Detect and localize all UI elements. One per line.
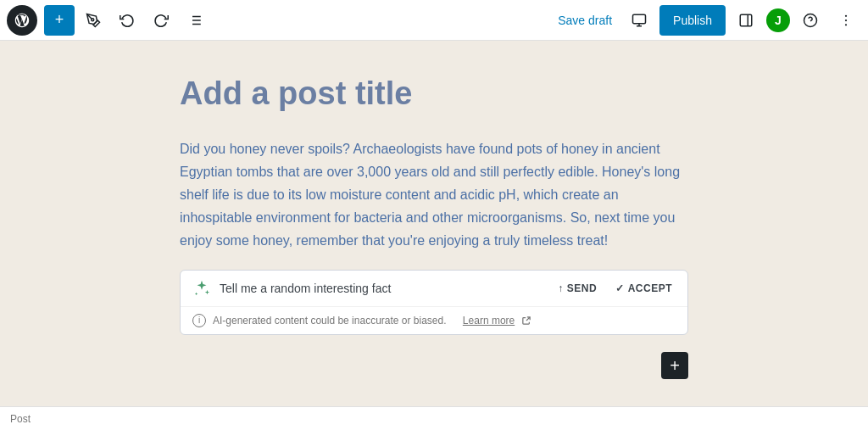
info-icon: i (192, 314, 206, 327)
wordpress-logo[interactable] (7, 5, 37, 36)
send-label: SEND (567, 282, 597, 294)
svg-rect-10 (740, 14, 752, 26)
more-options-button[interactable] (831, 5, 861, 36)
svg-point-15 (845, 19, 847, 20)
editor-content: Add a post title Did you honey never spo… (180, 75, 688, 389)
ai-suggestion-prompt: Tell me a random interesting fact (220, 282, 546, 295)
ai-disclaimer: i AI-generated content could be inaccura… (181, 307, 687, 334)
external-link-icon (522, 316, 531, 325)
accept-check-icon: ✓ (615, 282, 625, 294)
svg-point-16 (845, 24, 847, 25)
jetpack-icon[interactable]: J (766, 8, 790, 32)
publish-button[interactable]: Publish (659, 5, 726, 36)
disclaimer-text: AI-generated content could be inaccurate… (213, 315, 447, 327)
add-block-row: + (180, 349, 688, 383)
redo-button[interactable] (146, 5, 176, 36)
ai-accept-button[interactable]: ✓ ACCEPT (612, 281, 676, 296)
status-text: Post (10, 413, 31, 425)
tools-button[interactable] (78, 5, 108, 36)
svg-rect-7 (633, 14, 646, 24)
svg-point-0 (92, 18, 94, 20)
main-toolbar: + Save dra (0, 0, 868, 41)
list-view-button[interactable] (180, 5, 210, 36)
accept-label: ACCEPT (628, 282, 672, 294)
svg-point-14 (845, 14, 847, 16)
ai-suggestion-box: Tell me a random interesting fact ↑ SEND… (180, 270, 688, 335)
send-arrow-icon: ↑ (558, 282, 564, 294)
ai-sparkle-icon (192, 279, 211, 298)
undo-button[interactable] (112, 5, 142, 36)
ai-send-button[interactable]: ↑ SEND (554, 281, 600, 296)
add-block-toolbar-button[interactable]: + (44, 5, 75, 36)
editor-area: Add a post title Did you honey never spo… (0, 41, 868, 406)
status-bar: Post (0, 406, 868, 430)
view-button[interactable] (624, 5, 654, 36)
ai-actions: ↑ SEND ✓ ACCEPT (554, 281, 676, 296)
post-body[interactable]: Did you honey never spoils? Archaeologis… (180, 137, 688, 253)
learn-more-link[interactable]: Learn more (463, 315, 515, 327)
settings-panel-button[interactable] (731, 5, 761, 36)
save-draft-button[interactable]: Save draft (551, 8, 619, 32)
ai-suggestion-main: Tell me a random interesting fact ↑ SEND… (181, 271, 687, 307)
post-title[interactable]: Add a post title (180, 75, 688, 114)
help-button[interactable] (795, 5, 826, 36)
add-block-button[interactable]: + (661, 352, 688, 379)
